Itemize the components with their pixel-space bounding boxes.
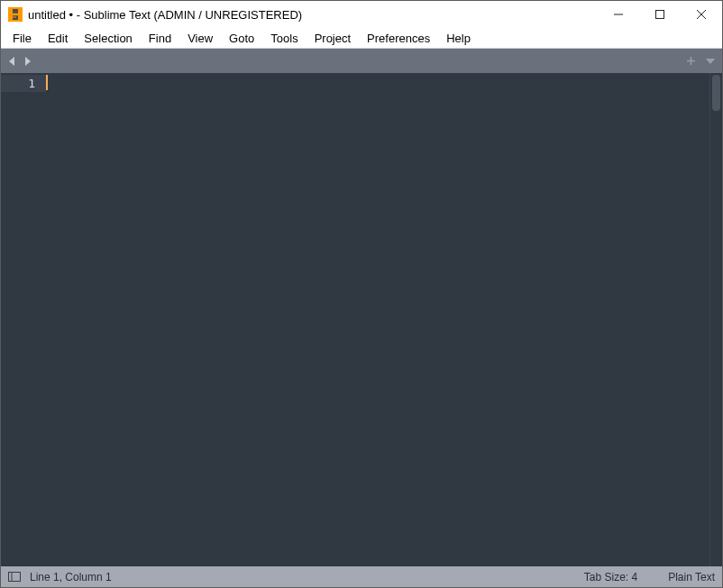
svg-marker-4: [9, 57, 14, 66]
menu-preferences[interactable]: Preferences: [359, 30, 438, 47]
tab-strip: [1, 49, 722, 73]
app-icon: [8, 7, 23, 22]
menu-goto[interactable]: Goto: [221, 30, 262, 47]
svg-rect-9: [9, 573, 21, 582]
maximize-button[interactable]: [639, 1, 681, 28]
status-bar: Line 1, Column 1 Tab Size: 4 Plain Text: [1, 566, 722, 587]
menu-edit[interactable]: Edit: [40, 30, 76, 47]
minimize-button[interactable]: [598, 1, 639, 28]
text-cursor: [46, 75, 48, 90]
close-button[interactable]: [681, 1, 722, 28]
svg-marker-8: [706, 59, 715, 64]
tab-history-forward-icon[interactable]: [21, 54, 33, 69]
status-position[interactable]: Line 1, Column 1: [30, 571, 112, 583]
menu-file[interactable]: File: [5, 30, 40, 47]
menu-project[interactable]: Project: [307, 30, 359, 47]
tab-history-back-icon[interactable]: [6, 54, 19, 69]
menu-bar: File Edit Selection Find View Goto Tools…: [1, 28, 722, 49]
menu-help[interactable]: Help: [438, 30, 479, 47]
code-area[interactable]: [46, 73, 709, 566]
gutter[interactable]: 1: [1, 73, 46, 566]
scrollbar-thumb[interactable]: [712, 75, 720, 111]
panel-switcher-icon[interactable]: [8, 572, 21, 583]
status-syntax[interactable]: Plain Text: [668, 571, 715, 583]
window-titlebar: untitled • - Sublime Text (ADMIN / UNREG…: [1, 1, 722, 28]
editor-area: 1: [1, 73, 722, 566]
svg-marker-5: [25, 57, 31, 66]
svg-rect-1: [656, 11, 664, 19]
new-tab-button[interactable]: [684, 55, 697, 68]
line-number: 1: [1, 75, 46, 92]
vertical-scrollbar[interactable]: [709, 73, 722, 566]
status-tab-size[interactable]: Tab Size: 4: [584, 571, 637, 583]
window-title: untitled • - Sublime Text (ADMIN / UNREG…: [28, 8, 302, 22]
tab-dropdown-icon[interactable]: [704, 55, 717, 68]
menu-find[interactable]: Find: [141, 30, 179, 47]
menu-tools[interactable]: Tools: [262, 30, 306, 47]
menu-selection[interactable]: Selection: [76, 30, 140, 47]
menu-view[interactable]: View: [179, 30, 221, 47]
